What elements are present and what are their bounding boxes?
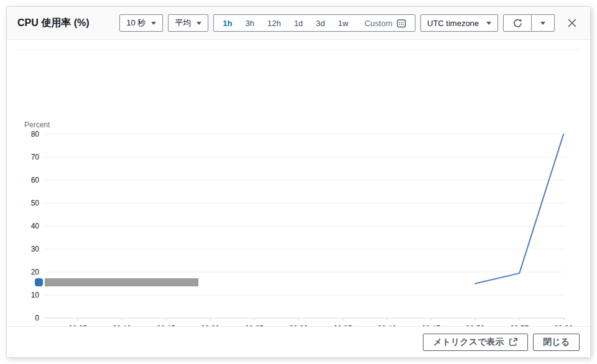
time-range-option-1h[interactable]: 1h	[223, 19, 232, 28]
modal-body: Percent0102030405060708008:0508:1008:150…	[7, 49, 590, 337]
external-link-icon	[509, 337, 518, 347]
legend-marker	[35, 278, 43, 286]
y-tick-label: 0	[35, 314, 39, 322]
modal-header: CPU 使用率 (%) 10 秒 平均 1h3h12h1d3d1w Custom	[7, 7, 590, 40]
calendar-icon	[397, 19, 406, 28]
refresh-icon	[512, 18, 523, 29]
legend-label-redacted	[45, 278, 198, 286]
chevron-down-icon	[486, 22, 491, 25]
time-range-option-1w[interactable]: 1w	[338, 19, 349, 28]
view-in-metrics-label: メトリクスで表示	[433, 337, 504, 348]
y-tick-label: 30	[31, 245, 40, 253]
time-range-option-3d[interactable]: 3d	[316, 19, 325, 28]
custom-range-label: Custom	[364, 19, 392, 28]
cpu-utilization-chart: Percent0102030405060708008:0508:1008:150…	[19, 108, 579, 338]
chevron-down-icon	[540, 22, 545, 25]
y-axis-unit-label: Percent	[24, 121, 50, 129]
y-tick-label: 60	[31, 176, 40, 184]
line-chart-svg: Percent0102030405060708008:0508:1008:150…	[19, 108, 579, 338]
refresh-button[interactable]	[503, 14, 532, 32]
close-icon[interactable]	[565, 16, 580, 30]
y-tick-label: 70	[31, 153, 40, 162]
y-tick-label: 20	[31, 268, 40, 276]
period-dropdown-label: 10 秒	[126, 17, 146, 29]
time-range-option-1d[interactable]: 1d	[294, 19, 303, 28]
timezone-dropdown[interactable]: UTC timezone	[420, 14, 498, 32]
statistic-dropdown-label: 平均	[175, 17, 191, 29]
close-button-label: 閉じる	[543, 337, 570, 348]
chart-toolbar: 10 秒 平均 1h3h12h1d3d1w Custom	[119, 14, 580, 32]
refresh-split-button	[503, 14, 555, 32]
metric-detail-modal: CPU 使用率 (%) 10 秒 平均 1h3h12h1d3d1w Custom	[6, 6, 591, 358]
chevron-down-icon	[151, 22, 156, 25]
chart-legend[interactable]	[35, 278, 198, 286]
close-button[interactable]: 閉じる	[533, 334, 580, 351]
y-tick-label: 80	[31, 130, 40, 139]
series-line-cpu-utilization	[475, 134, 563, 284]
y-tick-label: 10	[31, 291, 40, 299]
time-range-option-12h[interactable]: 12h	[267, 19, 281, 28]
y-tick-label: 50	[31, 199, 40, 207]
chevron-down-icon	[197, 22, 201, 25]
page-title: CPU 使用率 (%)	[17, 17, 90, 30]
statistic-dropdown[interactable]: 平均	[168, 14, 208, 32]
view-in-metrics-button[interactable]: メトリクスで表示	[423, 334, 528, 351]
modal-footer: メトリクスで表示 閉じる	[7, 326, 590, 357]
divider	[17, 49, 580, 50]
time-range-group: 1h3h12h1d3d1w Custom	[213, 14, 415, 32]
period-dropdown[interactable]: 10 秒	[119, 14, 163, 32]
time-range-custom[interactable]: Custom	[364, 19, 406, 28]
time-range-options: 1h3h12h1d3d1w	[223, 19, 348, 28]
y-tick-label: 40	[31, 222, 40, 230]
time-range-option-3h[interactable]: 3h	[245, 19, 254, 28]
timezone-dropdown-label: UTC timezone	[427, 19, 479, 28]
refresh-options-dropdown[interactable]	[531, 14, 555, 32]
